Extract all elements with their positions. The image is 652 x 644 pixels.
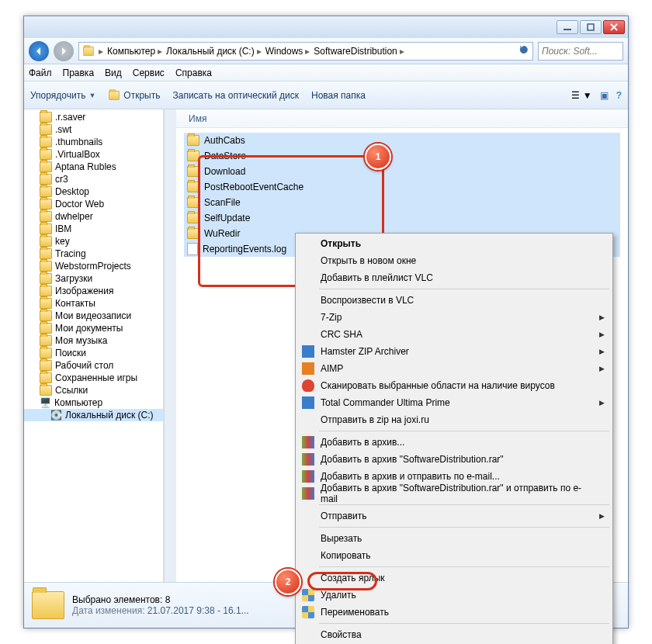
folder-icon (40, 310, 52, 321)
close-button[interactable] (603, 20, 625, 34)
folder-icon (109, 91, 120, 100)
tree-item[interactable]: Контакты (24, 297, 163, 310)
context-menu-item[interactable]: Переименовать (297, 604, 611, 621)
context-menu-label: Добавить в архив "SoftwareDistribution.r… (321, 483, 595, 504)
context-menu-item[interactable]: Копировать (297, 547, 611, 564)
burn-button[interactable]: Записать на оптический диск (172, 90, 299, 101)
tree-item[interactable]: 🖥️Компьютер (24, 396, 163, 409)
context-menu-label: Добавить в архив и отправить по e-mail..… (321, 471, 500, 482)
winrar-icon (302, 470, 314, 483)
preview-pane-icon[interactable]: ▣ (600, 90, 609, 101)
menu-help[interactable]: Справка (175, 68, 212, 78)
tree-item[interactable]: cr3 (24, 173, 163, 185)
shield-icon (302, 589, 314, 601)
tree-item[interactable]: Моя музыка (24, 334, 163, 347)
tree-item[interactable]: Doctor Web (24, 198, 163, 210)
tree-item[interactable]: Мои видеозаписи (24, 310, 163, 322)
context-menu-label: Удалить (321, 590, 356, 601)
tree-item-label: IBM (55, 223, 71, 234)
file-row[interactable]: AuthCabs (184, 133, 620, 148)
context-menu-item[interactable]: Свойства (297, 626, 611, 643)
tree-item[interactable]: Рабочий стол (24, 359, 163, 372)
tree-item[interactable]: Ссылки (24, 384, 163, 396)
back-button[interactable] (29, 41, 49, 61)
tree-item-label: Doctor Web (55, 199, 104, 209)
view-options-icon[interactable]: ☰ ▼ (571, 90, 591, 101)
refresh-icon[interactable] (518, 44, 529, 57)
breadcrumb: Компьютер▸ (107, 46, 165, 57)
maximize-button[interactable] (580, 20, 602, 34)
context-menu-separator (319, 431, 609, 431)
help-icon[interactable]: ? (616, 90, 622, 101)
context-menu-item[interactable]: Добавить в плейлист VLC (297, 269, 611, 286)
tree-item[interactable]: Aptana Rubles (24, 161, 163, 173)
search-input[interactable] (538, 42, 623, 61)
menu-edit[interactable]: Правка (63, 68, 95, 78)
tree-item[interactable]: .r.saver (24, 111, 163, 123)
context-menu-item[interactable]: CRC SHA (297, 326, 611, 343)
context-menu-label: Вырезать (321, 533, 362, 544)
file-name: AuthCabs (204, 135, 245, 146)
tree-scrollbar[interactable] (164, 109, 176, 582)
context-menu-item[interactable]: 7-Zip (297, 309, 611, 326)
context-menu-label: Отправить (321, 511, 367, 521)
context-menu-item[interactable]: Добавить в архив "SoftwareDistribution.r… (297, 485, 611, 502)
minimize-button[interactable] (557, 20, 578, 34)
menu-file[interactable]: Файл (29, 68, 52, 78)
tree-item[interactable]: .swt (24, 123, 163, 136)
tree-item[interactable]: WebstormProjects (24, 260, 163, 272)
tree-item[interactable]: Мои документы (24, 322, 163, 334)
menu-view[interactable]: Вид (105, 68, 122, 78)
context-menu-item[interactable]: Сканировать выбранные области на наличие… (297, 377, 611, 394)
folder-icon (32, 591, 64, 619)
app-icon (302, 345, 314, 358)
context-menu-item[interactable]: Отправить в zip на joxi.ru (297, 411, 611, 428)
context-menu-label: Открыть (321, 238, 361, 249)
folder-icon (40, 149, 52, 160)
tree-item-label: Desktop (55, 186, 89, 197)
folder-icon (83, 47, 94, 56)
context-menu-item[interactable]: Hamster ZIP Archiver (297, 343, 611, 360)
column-header-name[interactable]: Имя (176, 109, 628, 128)
context-menu-separator (319, 289, 609, 289)
folder-icon (40, 273, 52, 284)
annotation-box-2 (307, 572, 377, 590)
context-menu-item[interactable]: Добавить в архив... (297, 434, 611, 451)
open-button[interactable]: Открыть (108, 90, 160, 101)
tree-item[interactable]: IBM (24, 223, 163, 235)
tree-item-label: .swt (55, 124, 71, 135)
context-menu-item[interactable]: Отправить (297, 507, 611, 525)
tree-item[interactable]: Поиски (24, 347, 163, 359)
new-folder-button[interactable]: Новая папка (311, 90, 366, 101)
tree-item[interactable]: key (24, 235, 163, 248)
context-menu-item[interactable]: Открыть (297, 235, 611, 252)
menu-tools[interactable]: Сервис (133, 68, 165, 78)
address-bar[interactable]: ▸ Компьютер▸ Локальный диск (C:)▸ Window… (78, 42, 533, 61)
breadcrumb: Локальный диск (C:)▸ (166, 46, 264, 57)
tree-item[interactable]: dwhelper (24, 210, 163, 223)
nav-tree[interactable]: .r.saver.swt.thumbnails.VirtualBoxAptana… (24, 109, 164, 582)
avira-icon (302, 379, 314, 392)
context-menu-item[interactable]: AIMP (297, 360, 611, 377)
tree-item[interactable]: Загрузки (24, 272, 163, 285)
breadcrumb: Windows▸ (265, 46, 313, 57)
forward-button[interactable] (54, 41, 74, 61)
context-menu-item[interactable]: Добавить в архив "SoftwareDistribution.r… (297, 451, 611, 468)
tree-item[interactable]: Tracing (24, 248, 163, 260)
navbar: ▸ Компьютер▸ Локальный диск (C:)▸ Window… (24, 38, 628, 64)
context-menu-item[interactable]: Вырезать (297, 530, 611, 547)
winrar-icon (302, 487, 314, 500)
tree-item[interactable]: Изображения (24, 285, 163, 297)
tree-item[interactable]: .VirtualBox (24, 148, 163, 161)
context-menu-item[interactable]: Total Commander Ultima Prime (297, 394, 611, 411)
organize-button[interactable]: Упорядочить ▼ (30, 90, 95, 101)
tree-item-label: dwhelper (55, 211, 93, 222)
context-menu-item[interactable]: Открыть в новом окне (297, 252, 611, 269)
tree-item[interactable]: 💽Локальный диск (C:) (24, 409, 163, 421)
tree-item[interactable]: .thumbnails (24, 136, 163, 148)
app-icon (302, 396, 314, 409)
tree-item[interactable]: Desktop (24, 185, 163, 198)
context-menu-item[interactable]: Воспроизвести в VLC (297, 292, 611, 309)
winrar-icon (302, 436, 314, 448)
tree-item[interactable]: Сохраненные игры (24, 372, 163, 384)
